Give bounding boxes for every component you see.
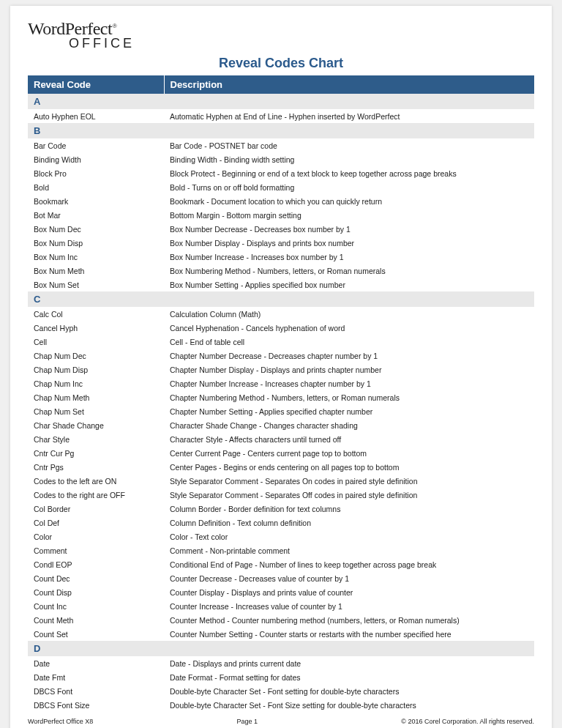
section-letter: C [28,291,534,307]
table-row: Chap Num IncChapter Number Increase - In… [28,376,534,390]
table-row: Cntr Cur PgCenter Current Page - Centers… [28,446,534,460]
code-cell: Box Num Meth [28,264,164,278]
code-cell: Count Set [28,627,164,641]
table-row: Calc ColCalculation Column (Math) [28,307,534,321]
code-cell: Col Def [28,516,164,530]
code-cell: Color [28,530,164,543]
description-cell: Color - Text color [164,530,534,543]
code-cell: Chap Num Set [28,404,164,418]
logo-block: WordPerfect® OFFICE [28,19,534,51]
logo-office-text: OFFICE [69,36,534,51]
table-row: Box Num DispBox Number Display - Display… [28,236,534,250]
table-row: Auto Hyphen EOLAutomatic Hyphen at End o… [28,109,534,123]
table-row: Count IncCounter Increase - Increases va… [28,599,534,613]
code-cell: Date [28,656,164,670]
code-cell: Char Style [28,432,164,446]
code-cell: Bookmark [28,194,164,208]
code-cell: Bot Mar [28,208,164,222]
section-header: B [28,123,534,138]
table-row: Bar CodeBar Code - POSTNET bar code [28,138,534,152]
code-cell: Codes to the right are OFF [28,488,164,502]
description-cell: Box Number Display - Displays and prints… [164,236,534,250]
table-row: Condl EOPConditional End of Page - Numbe… [28,557,534,571]
description-cell: Box Number Setting - Applies specified b… [164,278,534,291]
section-header: C [28,291,534,307]
description-cell: Comment - Non-printable comment [164,543,534,557]
description-cell: Chapter Number Increase - Increases chap… [164,376,534,390]
table-row: Char StyleCharacter Style - Affects char… [28,432,534,446]
table-row: Codes to the right are OFFStyle Separato… [28,488,534,502]
table-row: Col DefColumn Definition - Text column d… [28,516,534,530]
table-row: Chap Num MethChapter Numbering Method - … [28,390,534,404]
description-cell: Cell - End of table cell [164,335,534,349]
section-header: A [28,94,534,109]
code-cell: Box Num Dec [28,222,164,236]
code-cell: Count Dec [28,571,164,585]
section-letter: B [28,123,534,138]
table-row: Codes to the left are ONStyle Separator … [28,474,534,488]
code-cell: Cell [28,335,164,349]
code-cell: Count Disp [28,585,164,599]
code-cell: DBCS Font [28,684,164,698]
table-row: DateDate - Displays and prints current d… [28,656,534,670]
description-cell: Chapter Number Setting - Applies specifi… [164,404,534,418]
table-row: BoldBold - Turns on or off bold formatti… [28,180,534,194]
description-cell: Bookmark - Document location to which yo… [164,194,534,208]
code-cell: Box Num Set [28,278,164,291]
description-cell: Date - Displays and prints current date [164,656,534,670]
code-cell: Auto Hyphen EOL [28,109,164,123]
description-cell: Counter Increase - Increases value of co… [164,599,534,613]
header-description: Description [164,75,534,94]
table-row: Count DispCounter Display - Displays and… [28,585,534,599]
page-footer: WordPerfect Office X8 Page 1 © 2016 Core… [28,718,534,725]
description-cell: Date Format - Format setting for dates [164,670,534,684]
description-cell: Bottom Margin - Bottom margin setting [164,208,534,222]
description-cell: Center Pages - Begins or ends centering … [164,460,534,474]
table-row: Cntr PgsCenter Pages - Begins or ends ce… [28,460,534,474]
code-cell: Block Pro [28,166,164,180]
table-row: Bot MarBottom Margin - Bottom margin set… [28,208,534,222]
table-row: Col BorderColumn Border - Border definit… [28,502,534,516]
table-row: BookmarkBookmark - Document location to … [28,194,534,208]
section-letter: A [28,94,534,109]
description-cell: Calculation Column (Math) [164,307,534,321]
code-cell: Bar Code [28,138,164,152]
table-row: CommentComment - Non-printable comment [28,543,534,557]
document-page: WordPerfect® OFFICE Reveal Codes Chart R… [10,6,552,728]
code-cell: Chap Num Dec [28,349,164,363]
description-cell: Chapter Number Display - Displays and pr… [164,363,534,376]
code-cell: Binding Width [28,152,164,166]
description-cell: Chapter Number Decrease - Decreases chap… [164,349,534,363]
code-cell: Count Inc [28,599,164,613]
registered-mark: ® [112,22,116,29]
description-cell: Column Border - Border definition for te… [164,502,534,516]
code-cell: Chap Num Inc [28,376,164,390]
code-cell: Box Num Inc [28,250,164,264]
code-cell: Char Shade Change [28,418,164,432]
table-row: Chap Num SetChapter Number Setting - App… [28,404,534,418]
table-row: Box Num SetBox Number Setting - Applies … [28,278,534,291]
table-row: DBCS Font SizeDouble-byte Character Set … [28,698,534,712]
description-cell: Column Definition - Text column definiti… [164,516,534,530]
codes-table: Reveal Code Description AAuto Hyphen EOL… [28,75,534,712]
table-row: DBCS FontDouble-byte Character Set - Fon… [28,684,534,698]
code-cell: DBCS Font Size [28,698,164,712]
description-cell: Cancel Hyphenation - Cancels hyphenation… [164,321,534,335]
code-cell: Chap Num Disp [28,363,164,376]
table-row: Chap Num DispChapter Number Display - Di… [28,363,534,376]
header-reveal-code: Reveal Code [28,75,164,94]
page-title: Reveal Codes Chart [28,56,534,71]
description-cell: Character Style - Affects characters unt… [164,432,534,446]
table-row: Box Num DecBox Number Decrease - Decreas… [28,222,534,236]
table-row: Count DecCounter Decrease - Decreases va… [28,571,534,585]
code-cell: Codes to the left are ON [28,474,164,488]
table-row: Char Shade ChangeCharacter Shade Change … [28,418,534,432]
description-cell: Character Shade Change - Changes charact… [164,418,534,432]
code-cell: Cntr Pgs [28,460,164,474]
description-cell: Conditional End of Page - Number of line… [164,557,534,571]
code-cell: Cancel Hyph [28,321,164,335]
table-row: CellCell - End of table cell [28,335,534,349]
code-cell: Cntr Cur Pg [28,446,164,460]
description-cell: Bold - Turns on or off bold formatting [164,180,534,194]
description-cell: Block Protect - Beginning or end of a te… [164,166,534,180]
